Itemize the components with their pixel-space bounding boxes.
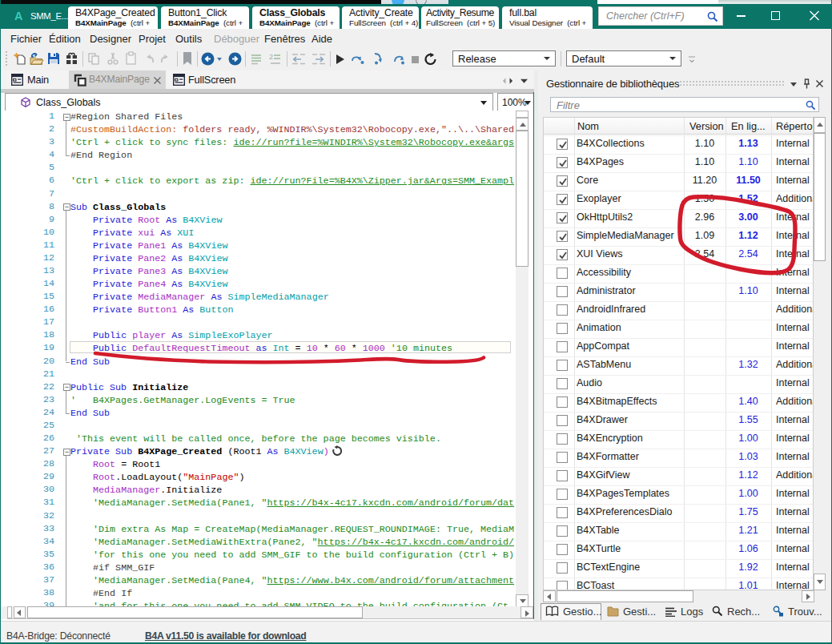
svg-text:2: 2 <box>269 53 273 61</box>
